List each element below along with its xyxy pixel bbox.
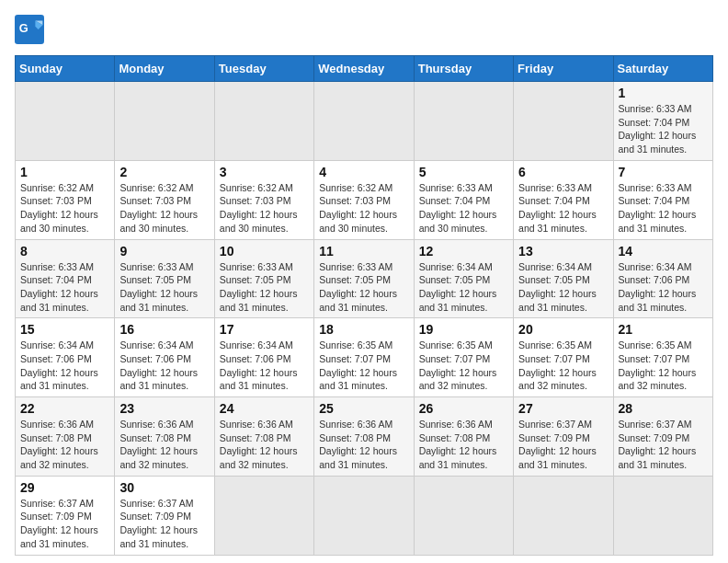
calendar-cell: 3 Sunrise: 6:32 AM Sunset: 7:03 PM Dayli… [214, 160, 313, 239]
calendar-cell: 23 Sunrise: 6:36 AM Sunset: 7:08 PM Dayl… [115, 397, 214, 477]
day-detail: Sunrise: 6:32 AM Sunset: 7:03 PM Dayligh… [319, 181, 408, 236]
calendar-cell: 4 Sunrise: 6:32 AM Sunset: 7:03 PM Dayli… [314, 160, 414, 239]
calendar-cell: 22 Sunrise: 6:36 AM Sunset: 7:08 PM Dayl… [16, 397, 115, 477]
calendar-cell: 18 Sunrise: 6:35 AM Sunset: 7:07 PM Dayl… [314, 318, 414, 397]
day-detail: Sunrise: 6:33 AM Sunset: 7:04 PM Dayligh… [20, 260, 109, 315]
calendar-cell: 8 Sunrise: 6:33 AM Sunset: 7:04 PM Dayli… [16, 239, 115, 318]
day-detail: Sunrise: 6:33 AM Sunset: 7:04 PM Dayligh… [419, 181, 508, 236]
calendar-cell [613, 476, 712, 555]
calendar-cell [314, 476, 414, 555]
day-detail: Sunrise: 6:37 AM Sunset: 7:09 PM Dayligh… [119, 497, 209, 551]
day-detail: Sunrise: 6:33 AM Sunset: 7:05 PM Dayligh… [220, 260, 309, 315]
day-detail: Sunrise: 6:34 AM Sunset: 7:06 PM Dayligh… [20, 339, 109, 393]
calendar-cell: 28 Sunrise: 6:37 AM Sunset: 7:09 PM Dayl… [613, 397, 712, 477]
day-detail: Sunrise: 6:35 AM Sunset: 7:07 PM Dayligh… [419, 339, 508, 393]
day-number: 25 [319, 401, 408, 416]
calendar-cell: 1 Sunrise: 6:33 AM Sunset: 7:04 PM Dayli… [613, 82, 712, 161]
day-header-saturday: Saturday [613, 56, 712, 82]
day-number: 24 [220, 401, 309, 416]
day-detail: Sunrise: 6:36 AM Sunset: 7:08 PM Dayligh… [220, 418, 309, 472]
calendar-cell: 26 Sunrise: 6:36 AM Sunset: 7:08 PM Dayl… [414, 397, 513, 477]
calendar-cell: 9 Sunrise: 6:33 AM Sunset: 7:05 PM Dayli… [115, 239, 214, 318]
calendar-cell: 20 Sunrise: 6:35 AM Sunset: 7:07 PM Dayl… [514, 318, 613, 397]
page-header: G [15, 15, 713, 44]
day-number: 19 [419, 322, 508, 337]
day-number: 8 [20, 244, 109, 259]
calendar-cell [214, 82, 313, 161]
calendar-cell: 15 Sunrise: 6:34 AM Sunset: 7:06 PM Dayl… [16, 318, 115, 397]
day-detail: Sunrise: 6:37 AM Sunset: 7:09 PM Dayligh… [619, 418, 708, 472]
calendar-cell: 6 Sunrise: 6:33 AM Sunset: 7:04 PM Dayli… [514, 160, 613, 239]
calendar-cell: 7 Sunrise: 6:33 AM Sunset: 7:04 PM Dayli… [613, 160, 712, 239]
day-number: 12 [419, 244, 508, 259]
day-header-tuesday: Tuesday [214, 56, 313, 82]
day-number: 6 [518, 165, 608, 179]
day-detail: Sunrise: 6:32 AM Sunset: 7:03 PM Dayligh… [119, 181, 209, 236]
day-number: 10 [220, 244, 309, 259]
day-detail: Sunrise: 6:36 AM Sunset: 7:08 PM Dayligh… [319, 418, 408, 472]
calendar-cell: 19 Sunrise: 6:35 AM Sunset: 7:07 PM Dayl… [414, 318, 513, 397]
calendar-cell [514, 476, 613, 555]
calendar-week-2: 8 Sunrise: 6:33 AM Sunset: 7:04 PM Dayli… [16, 239, 713, 318]
day-detail: Sunrise: 6:34 AM Sunset: 7:05 PM Dayligh… [419, 260, 508, 315]
day-detail: Sunrise: 6:34 AM Sunset: 7:05 PM Dayligh… [518, 260, 608, 315]
day-number: 22 [20, 401, 109, 416]
day-detail: Sunrise: 6:36 AM Sunset: 7:08 PM Dayligh… [419, 418, 508, 472]
calendar-cell: 5 Sunrise: 6:33 AM Sunset: 7:04 PM Dayli… [414, 160, 513, 239]
calendar-cell: 16 Sunrise: 6:34 AM Sunset: 7:06 PM Dayl… [115, 318, 214, 397]
day-detail: Sunrise: 6:33 AM Sunset: 7:05 PM Dayligh… [119, 260, 209, 315]
svg-text:G: G [19, 21, 28, 35]
calendar-header-row: SundayMondayTuesdayWednesdayThursdayFrid… [16, 56, 713, 82]
calendar-cell: 27 Sunrise: 6:37 AM Sunset: 7:09 PM Dayl… [514, 397, 613, 477]
day-number: 4 [319, 165, 408, 179]
day-number: 14 [619, 244, 708, 259]
day-number: 27 [518, 401, 608, 416]
calendar-cell [16, 82, 115, 161]
day-number: 18 [319, 322, 408, 337]
day-detail: Sunrise: 6:34 AM Sunset: 7:06 PM Dayligh… [119, 339, 209, 393]
day-number: 21 [619, 322, 708, 337]
day-detail: Sunrise: 6:32 AM Sunset: 7:03 PM Dayligh… [220, 181, 309, 236]
calendar-cell: 12 Sunrise: 6:34 AM Sunset: 7:05 PM Dayl… [414, 239, 513, 318]
day-detail: Sunrise: 6:34 AM Sunset: 7:06 PM Dayligh… [619, 260, 708, 315]
calendar-cell [314, 82, 414, 161]
day-number: 1 [619, 86, 708, 100]
day-detail: Sunrise: 6:36 AM Sunset: 7:08 PM Dayligh… [119, 418, 209, 472]
calendar-cell: 13 Sunrise: 6:34 AM Sunset: 7:05 PM Dayl… [514, 239, 613, 318]
calendar-cell: 14 Sunrise: 6:34 AM Sunset: 7:06 PM Dayl… [613, 239, 712, 318]
calendar-cell [414, 82, 513, 161]
day-detail: Sunrise: 6:36 AM Sunset: 7:08 PM Dayligh… [20, 418, 109, 472]
day-number: 2 [119, 165, 209, 179]
day-detail: Sunrise: 6:33 AM Sunset: 7:04 PM Dayligh… [619, 181, 708, 236]
day-detail: Sunrise: 6:37 AM Sunset: 7:09 PM Dayligh… [20, 497, 109, 551]
day-number: 16 [119, 322, 209, 337]
day-number: 17 [220, 322, 309, 337]
calendar-cell: 21 Sunrise: 6:35 AM Sunset: 7:07 PM Dayl… [613, 318, 712, 397]
calendar-cell: 11 Sunrise: 6:33 AM Sunset: 7:05 PM Dayl… [314, 239, 414, 318]
day-number: 5 [419, 165, 508, 179]
day-number: 9 [119, 244, 209, 259]
day-detail: Sunrise: 6:33 AM Sunset: 7:04 PM Dayligh… [518, 181, 608, 236]
calendar-cell [115, 82, 214, 161]
calendar-cell: 2 Sunrise: 6:32 AM Sunset: 7:03 PM Dayli… [115, 160, 214, 239]
day-detail: Sunrise: 6:34 AM Sunset: 7:06 PM Dayligh… [220, 339, 309, 393]
day-number: 1 [20, 165, 109, 179]
calendar-cell: 17 Sunrise: 6:34 AM Sunset: 7:06 PM Dayl… [214, 318, 313, 397]
day-number: 29 [20, 480, 109, 495]
calendar-cell [214, 476, 313, 555]
day-detail: Sunrise: 6:33 AM Sunset: 7:05 PM Dayligh… [319, 260, 408, 315]
logo: G [15, 15, 48, 44]
day-header-friday: Friday [514, 56, 613, 82]
logo-icon: G [15, 15, 44, 44]
day-number: 26 [419, 401, 508, 416]
calendar-cell: 25 Sunrise: 6:36 AM Sunset: 7:08 PM Dayl… [314, 397, 414, 477]
calendar-cell: 10 Sunrise: 6:33 AM Sunset: 7:05 PM Dayl… [214, 239, 313, 318]
day-detail: Sunrise: 6:37 AM Sunset: 7:09 PM Dayligh… [518, 418, 608, 472]
day-detail: Sunrise: 6:35 AM Sunset: 7:07 PM Dayligh… [518, 339, 608, 393]
calendar-week-0: 1 Sunrise: 6:33 AM Sunset: 7:04 PM Dayli… [16, 82, 713, 161]
day-header-thursday: Thursday [414, 56, 513, 82]
day-detail: Sunrise: 6:35 AM Sunset: 7:07 PM Dayligh… [319, 339, 408, 393]
day-number: 7 [619, 165, 708, 179]
day-number: 28 [619, 401, 708, 416]
day-header-monday: Monday [115, 56, 214, 82]
